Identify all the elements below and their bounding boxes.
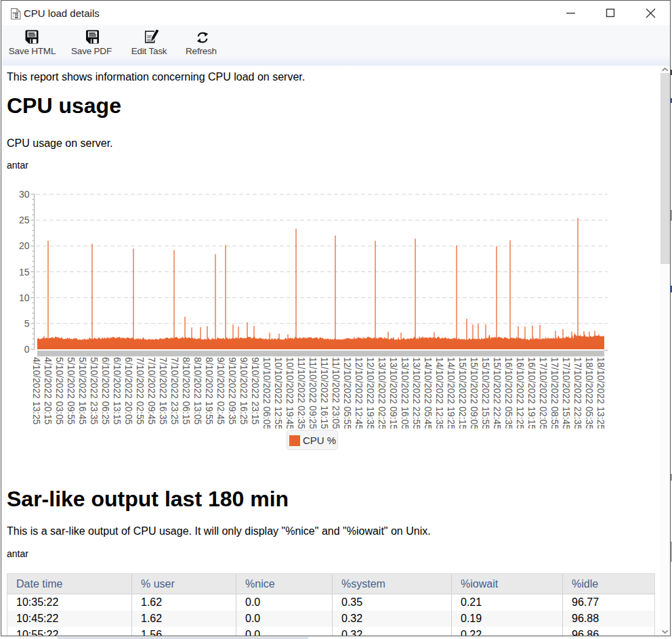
svg-text:17/10/2022 22:35: 17/10/2022 22:35 [572, 357, 583, 429]
svg-text:8/10/2022 13:05: 8/10/2022 13:05 [192, 357, 203, 425]
svg-text:5/10/2022 16:45: 5/10/2022 16:45 [77, 357, 87, 425]
svg-text:4/10/2022 20:15: 4/10/2022 20:15 [43, 357, 53, 425]
svg-text:5/10/2022 09:55: 5/10/2022 09:55 [66, 357, 76, 425]
svg-text:17/10/2022 15:45: 17/10/2022 15:45 [561, 357, 571, 429]
svg-text:15/10/2022 09:05: 15/10/2022 09:05 [469, 357, 479, 429]
svg-text:17/10/2022 08:55: 17/10/2022 08:55 [549, 357, 560, 429]
svg-text:14/10/2022 19:25: 14/10/2022 19:25 [446, 357, 456, 429]
svg-text:9/10/2022 02:45: 9/10/2022 02:45 [215, 357, 226, 425]
svg-text:7/10/2022 16:35: 7/10/2022 16:35 [158, 357, 168, 425]
svg-text:14/10/2022 05:45: 14/10/2022 05:45 [423, 357, 433, 429]
svg-text:6/10/2022 06:25: 6/10/2022 06:25 [100, 357, 110, 425]
svg-text:13/10/2022 16:05: 13/10/2022 16:05 [400, 357, 410, 429]
svg-text:10/10/2022 06:05: 10/10/2022 06:05 [261, 357, 272, 429]
svg-text:6/10/2022 20:05: 6/10/2022 20:05 [123, 357, 133, 425]
svg-text:15/10/2022 15:55: 15/10/2022 15:55 [480, 357, 490, 429]
svg-text:11/10/2022 09:25: 11/10/2022 09:25 [308, 357, 318, 429]
svg-text:13/10/2022 22:55: 13/10/2022 22:55 [411, 357, 421, 429]
svg-text:11/10/2022 23:05: 11/10/2022 23:05 [331, 357, 341, 429]
svg-text:7/10/2022 09:45: 7/10/2022 09:45 [146, 357, 156, 425]
svg-text:5: 5 [24, 318, 30, 329]
svg-text:25: 25 [19, 215, 30, 225]
svg-text:8/10/2022 06:15: 8/10/2022 06:15 [181, 357, 191, 425]
svg-text:7/10/2022 23:25: 7/10/2022 23:25 [169, 357, 180, 425]
svg-text:12/10/2022 19:35: 12/10/2022 19:35 [365, 357, 375, 429]
svg-text:5/10/2022 23:35: 5/10/2022 23:35 [89, 357, 99, 425]
svg-text:15/10/2022 22:45: 15/10/2022 22:45 [492, 357, 502, 429]
svg-text:0: 0 [24, 344, 30, 355]
svg-text:18/10/2022 05:35: 18/10/2022 05:35 [584, 357, 594, 429]
svg-text:11/10/2022 02:35: 11/10/2022 02:35 [296, 357, 306, 429]
svg-text:12/10/2022 12:45: 12/10/2022 12:45 [354, 357, 364, 429]
svg-text:9/10/2022 16:25: 9/10/2022 16:25 [238, 357, 249, 425]
svg-text:16/10/2022 19:15: 16/10/2022 19:15 [526, 357, 537, 429]
svg-text:9/10/2022 09:35: 9/10/2022 09:35 [227, 357, 237, 425]
svg-text:4/10/2022 13:25: 4/10/2022 13:25 [31, 357, 41, 425]
svg-text:17/10/2022 02:05: 17/10/2022 02:05 [538, 357, 548, 429]
svg-text:12/10/2022 05:55: 12/10/2022 05:55 [342, 357, 352, 429]
svg-text:20: 20 [19, 240, 30, 251]
svg-text:15/10/2022 02:15: 15/10/2022 02:15 [457, 357, 467, 429]
svg-text:7/10/2022 02:55: 7/10/2022 02:55 [135, 357, 145, 425]
svg-text:30: 30 [19, 189, 30, 200]
svg-text:16/10/2022 12:25: 16/10/2022 12:25 [515, 357, 525, 429]
svg-text:13/10/2022 09:15: 13/10/2022 09:15 [388, 357, 398, 429]
svg-text:18/10/2022 13:25: 18/10/2022 13:25 [595, 357, 606, 429]
svg-text:14/10/2022 12:35: 14/10/2022 12:35 [434, 357, 444, 429]
svg-text:15: 15 [19, 267, 30, 278]
svg-text:10: 10 [19, 292, 30, 303]
svg-text:9/10/2022 23:15: 9/10/2022 23:15 [250, 357, 260, 425]
svg-text:13/10/2022 02:25: 13/10/2022 02:25 [377, 357, 387, 429]
svg-text:8/10/2022 19:55: 8/10/2022 19:55 [204, 357, 214, 425]
svg-text:10/10/2022 12:55: 10/10/2022 12:55 [273, 357, 283, 429]
svg-text:10/10/2022 19:45: 10/10/2022 19:45 [285, 357, 295, 429]
svg-text:6/10/2022 13:15: 6/10/2022 13:15 [112, 357, 122, 425]
svg-text:11/10/2022 16:15: 11/10/2022 16:15 [319, 357, 329, 429]
svg-text:5/10/2022 03:05: 5/10/2022 03:05 [54, 357, 64, 425]
svg-text:16/10/2022 05:35: 16/10/2022 05:35 [503, 357, 513, 429]
